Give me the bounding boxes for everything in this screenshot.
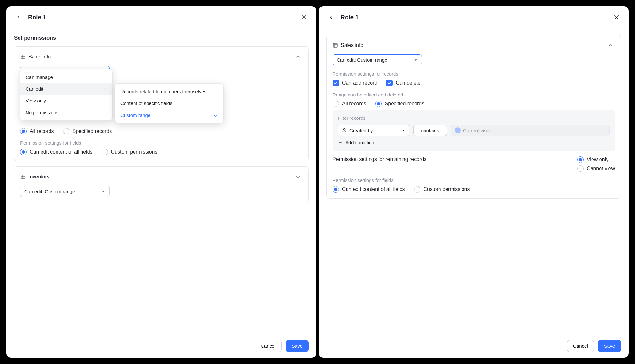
fields-radio-group: Can edit content of all fields Custom pe… xyxy=(20,149,302,155)
collapse-button[interactable] xyxy=(294,52,302,61)
chevron-right-icon xyxy=(103,87,107,91)
range-radio-group: All records Specified records xyxy=(333,101,615,107)
radio-icon xyxy=(333,101,339,107)
select-value: Can edit: Custom range xyxy=(24,189,75,194)
checkbox-icon xyxy=(333,80,339,86)
radio-icon xyxy=(63,128,69,134)
caret-down-icon xyxy=(101,189,105,194)
radio-custom-permissions[interactable]: Custom permissions xyxy=(414,186,470,193)
range-label: Range can be edited and deleted xyxy=(333,92,615,97)
dropdown-item-can-edit[interactable]: Can edit xyxy=(20,83,112,95)
remaining-radio-group: View only Cannot view xyxy=(577,156,615,172)
remaining-label: Permission settings for remaining record… xyxy=(333,156,564,162)
cancel-button[interactable]: Cancel xyxy=(255,340,282,352)
collapse-button[interactable] xyxy=(606,41,615,50)
save-button[interactable]: Save xyxy=(286,340,309,352)
radio-icon xyxy=(20,128,27,134)
fields-label: Permission settings for fields xyxy=(20,140,302,146)
svg-rect-6 xyxy=(21,175,25,179)
svg-rect-12 xyxy=(333,43,337,47)
filter-records-box: Filter records Created by contains xyxy=(333,110,615,151)
cancel-button[interactable]: Cancel xyxy=(567,340,594,352)
radio-icon xyxy=(333,186,339,193)
fields-label: Permission settings for fields xyxy=(333,178,615,183)
radio-icon xyxy=(577,156,584,163)
filter-value-select[interactable]: Current visitor xyxy=(451,125,610,136)
radio-edit-all-fields[interactable]: Can edit content of all fields xyxy=(20,149,93,155)
close-button[interactable] xyxy=(300,13,309,22)
panel-body: Set permissions Sales info Can edit: Cus… xyxy=(6,28,316,334)
fields-radio-group: Can edit content of all fields Custom pe… xyxy=(333,186,615,193)
remaining-records-row: Permission settings for remaining record… xyxy=(333,156,615,172)
plus-icon xyxy=(338,140,343,145)
save-button[interactable]: Save xyxy=(598,340,621,352)
caret-down-icon xyxy=(413,58,418,62)
inventory-permission-select[interactable]: Can edit: Custom range xyxy=(20,186,110,197)
left-panel: Role 1 Set permissions Sales info Can ed… xyxy=(6,6,316,358)
panel-title: Role 1 xyxy=(340,14,607,21)
table-icon xyxy=(20,54,26,60)
panel-body: Sales info Can edit: Custom range Permis… xyxy=(319,28,629,334)
radio-all-records[interactable]: All records xyxy=(333,101,366,107)
select-value: Can edit: Custom range xyxy=(337,57,387,63)
records-label: Permission settings for records xyxy=(333,71,615,77)
checkbox-can-delete[interactable]: Can delete xyxy=(386,80,420,86)
permission-level-select[interactable]: Can edit: Custom range xyxy=(333,54,422,65)
panel-header: Role 1 xyxy=(6,6,316,28)
card-title: Sales info xyxy=(28,54,51,60)
filter-title: Filter records xyxy=(338,115,610,121)
radio-view-only[interactable]: View only xyxy=(577,156,615,163)
check-icon xyxy=(213,113,218,118)
svg-marker-9 xyxy=(102,191,104,192)
radio-icon xyxy=(375,101,382,107)
dropdown-item-can-manage[interactable]: Can manage xyxy=(20,71,112,83)
avatar-icon xyxy=(455,127,461,133)
dropdown-item-no-permissions[interactable]: No permissions xyxy=(20,107,112,118)
filter-operator-select[interactable]: contains xyxy=(413,125,447,136)
back-button[interactable] xyxy=(14,13,23,22)
radio-all-records[interactable]: All records xyxy=(20,128,54,134)
table-icon xyxy=(333,42,338,48)
svg-marker-17 xyxy=(402,130,404,131)
submenu-item-specific-fields[interactable]: Content of specific fields xyxy=(115,97,223,109)
radio-icon xyxy=(414,186,420,193)
sales-info-card: Sales info Can edit: Custom range Can ma… xyxy=(14,46,309,161)
radio-specified-records[interactable]: Specified records xyxy=(375,101,425,107)
can-edit-submenu: Records related to members themselves Co… xyxy=(115,83,224,123)
card-title: Inventory xyxy=(28,174,50,180)
submenu-item-custom-range[interactable]: Custom range xyxy=(115,109,223,121)
radio-icon xyxy=(102,149,108,155)
radio-specified-records[interactable]: Specified records xyxy=(63,128,112,134)
dropdown-item-view-only[interactable]: View only xyxy=(20,95,112,107)
right-panel: Role 1 Sales info Can edit: Custom range xyxy=(319,6,629,358)
panel-footer: Cancel Save xyxy=(6,334,316,358)
permission-dropdown: Can manage Can edit View only No permiss… xyxy=(20,69,113,121)
records-checkbox-group: Can add record Can delete xyxy=(333,80,615,86)
svg-marker-15 xyxy=(415,59,417,61)
inventory-card: Inventory Can edit: Custom range xyxy=(14,166,309,203)
card-title: Sales info xyxy=(341,42,363,48)
radio-custom-permissions[interactable]: Custom permissions xyxy=(102,149,157,155)
add-condition-button[interactable]: Add condition xyxy=(338,140,374,145)
panel-title: Role 1 xyxy=(28,14,295,21)
sales-info-card: Sales info Can edit: Custom range Permis… xyxy=(326,35,621,199)
checkbox-can-add-record[interactable]: Can add record xyxy=(333,80,377,86)
filter-condition-row: Created by contains Current visitor xyxy=(338,125,610,136)
radio-edit-all-fields[interactable]: Can edit content of all fields xyxy=(333,186,405,193)
panel-footer: Cancel Save xyxy=(319,334,629,358)
person-icon xyxy=(342,128,347,133)
close-button[interactable] xyxy=(612,13,621,22)
caret-down-icon xyxy=(402,128,405,132)
svg-point-16 xyxy=(343,129,345,130)
range-radio-group: All records Specified records xyxy=(20,128,302,134)
svg-rect-2 xyxy=(21,55,25,59)
filter-field-select[interactable]: Created by xyxy=(338,125,409,136)
back-button[interactable] xyxy=(326,13,335,22)
panel-header: Role 1 xyxy=(319,6,629,28)
radio-icon xyxy=(20,149,27,155)
submenu-item-members[interactable]: Records related to members themselves xyxy=(115,86,223,97)
radio-cannot-view[interactable]: Cannot view xyxy=(577,165,615,172)
expand-button[interactable] xyxy=(294,172,302,181)
set-permissions-heading: Set permissions xyxy=(14,35,309,41)
radio-icon xyxy=(577,165,584,172)
